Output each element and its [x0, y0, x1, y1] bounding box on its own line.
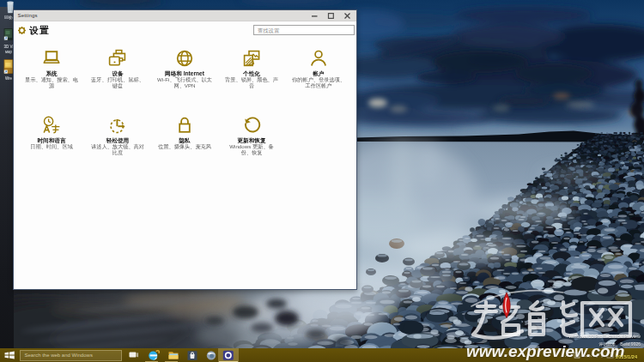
- svg-text:мар: мар: [5, 50, 13, 54]
- svg-text:Wre: Wre: [5, 76, 13, 81]
- svg-text:3D Vi: 3D Vi: [4, 45, 14, 49]
